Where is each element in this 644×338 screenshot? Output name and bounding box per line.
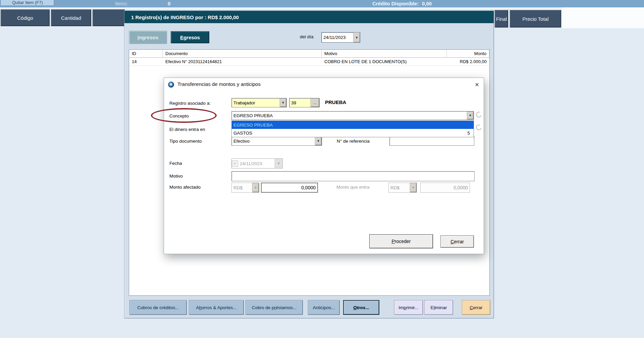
registro-asociado-label: Registro asociado a: (169, 101, 211, 106)
tab-ingresos[interactable]: Ingresos (129, 31, 167, 44)
ahorros-aportes-button[interactable]: Ahorros & Aportes... (189, 300, 244, 315)
date-filter-value: 24/11/2023 (322, 35, 353, 40)
tab-egresos[interactable]: Egresos (171, 31, 209, 43)
fecha-value: 24/11/2023 (238, 161, 275, 166)
proceder-button[interactable]: Proceder (369, 234, 433, 248)
motivo-input[interactable] (231, 171, 475, 181)
monto-entra-input: 0,0000 (420, 183, 470, 193)
top-bar: Items: 0 Crédito Disponible: 0,00 (0, 0, 644, 7)
grid-header-spacer (562, 7, 644, 28)
moneda2-combobox: RD$ ▼ (388, 183, 417, 193)
monto-afectado-label: Monto afectado (169, 185, 201, 190)
motivo-label: Motivo (169, 174, 183, 179)
del-dia-label: del día (300, 34, 314, 39)
chevron-down-icon[interactable]: ▼ (280, 98, 286, 107)
items-count: 0 (168, 1, 170, 6)
registro-tipo-combobox[interactable]: Trabajador ▼ (231, 98, 287, 107)
chevron-down-icon[interactable]: ▼ (467, 111, 474, 119)
credito-disponible-value: 0,00 (422, 1, 432, 6)
dropdown-option[interactable]: EGRESO PRUEBA (232, 121, 474, 129)
cerrar-window-button[interactable]: Cerrar (462, 300, 490, 315)
concepto-dropdown-list: EGRESO PRUEBA GASTOS 5 (231, 120, 474, 137)
radio-icon[interactable] (475, 124, 483, 131)
grid-header-precio-total[interactable]: Precio Total (510, 10, 561, 28)
cell-id[interactable]: 14 (129, 58, 163, 66)
monto-que-entra-label: Monto que entra (336, 185, 369, 190)
browse-ellipsis-button[interactable]: ... (311, 98, 319, 107)
fecha-datepicker: ✓ 24/11/2023 ▼ (231, 158, 283, 168)
cell-monto[interactable]: RD$ 2.000,00 (447, 58, 489, 66)
date-filter-combobox[interactable]: 24/11/2023 ▼ (321, 32, 360, 43)
annotation-ellipse (151, 108, 217, 123)
referencia-label: N° de referencia (337, 139, 370, 144)
window-title: 1 Registro(s) de INGRESO por : RD$ 2.000… (131, 14, 239, 20)
grid-header-final[interactable]: Final (495, 10, 508, 28)
grid-header-cantidad[interactable]: Cantidad (51, 9, 91, 26)
registro-numero-field[interactable]: 39 ... (289, 98, 320, 107)
concepto-combobox[interactable]: EGRESO PRUEBA ▼ (231, 111, 474, 120)
checkbox-icon[interactable]: ✓ (232, 160, 238, 167)
otros-button[interactable]: Otros... (343, 300, 379, 315)
fecha-label: Fecha (169, 161, 182, 166)
chevron-down-icon: ▼ (275, 159, 282, 168)
cell-motivo[interactable]: COBRO EN LOTE DE 1 DOCUMENTO(S) (322, 58, 447, 66)
eliminar-button[interactable]: Eliminar (424, 300, 453, 315)
cobro-de-prestamos-button[interactable]: Cobro de préstamos... (246, 300, 303, 315)
grid-header-codigo[interactable]: Código (1, 9, 50, 26)
anticipos-button[interactable]: Anticipos... (308, 300, 340, 315)
cerrar-dialog-button[interactable]: Cerrar (440, 235, 474, 248)
window-title-bar[interactable]: 1 Registro(s) de INGRESO por : RD$ 2.000… (124, 11, 494, 23)
table-header-monto[interactable]: Monto (447, 50, 489, 58)
referencia-input[interactable] (389, 136, 474, 146)
cell-documento[interactable]: Efectivo N° 20231124164821 (163, 58, 322, 66)
grid-header-hidden (93, 9, 125, 26)
cobros-de-creditos-button[interactable]: Cobros de créditos... (129, 300, 187, 315)
imprimir-button[interactable]: Imprimir... (394, 300, 423, 315)
credito-disponible-label: Crédito Disponible: (372, 1, 419, 6)
quitar-item-button[interactable]: Quitar Item (F7) (1, 0, 54, 6)
monto-afectado-input[interactable]: 0,0000 (261, 183, 318, 193)
moneda-combobox: RD$ ▼ (231, 183, 259, 193)
close-icon[interactable]: ✕ (473, 81, 481, 89)
radio-icon[interactable] (475, 111, 483, 118)
transferencias-dialog: Transferencias de montos y anticipos ✕ R… (164, 78, 484, 254)
registro-nombre: PRUEBA (325, 99, 346, 105)
dinero-entra-label: El dinero entra en (169, 127, 205, 132)
dropdown-option[interactable]: GASTOS 5 (232, 129, 474, 137)
table-header-documento[interactable]: Documento (163, 50, 322, 58)
chevron-down-icon: ▼ (252, 183, 259, 192)
app-logo-icon (168, 82, 174, 88)
tipo-documento-label: Tipo documento (169, 139, 202, 144)
dialog-title: Transferencias de montos y anticipos (177, 81, 261, 87)
table-header-motivo[interactable]: Motivo (322, 50, 447, 58)
chevron-down-icon: ▼ (410, 183, 417, 192)
items-label: Items: (115, 1, 128, 6)
table-header-id[interactable]: ID (129, 50, 163, 58)
chevron-down-icon[interactable]: ▼ (315, 137, 322, 145)
chevron-down-icon[interactable]: ▼ (353, 33, 360, 42)
tipo-documento-combobox[interactable]: Efectivo ▼ (231, 136, 322, 146)
